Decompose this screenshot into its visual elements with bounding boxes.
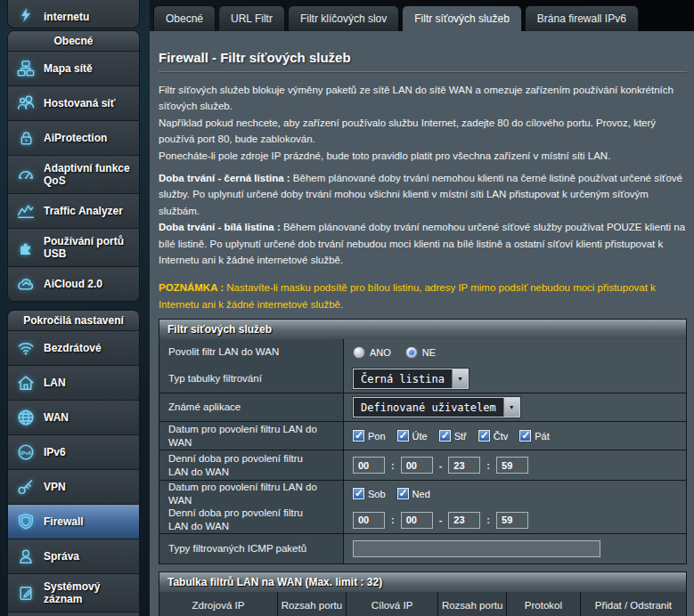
description-paragraph: Filtr síťových služeb blokuje výměny pak… xyxy=(159,82,687,115)
firewall-shield-icon xyxy=(8,513,44,531)
checkbox-control[interactable] xyxy=(353,430,364,442)
vpn-key-icon xyxy=(8,478,44,496)
tab-network-services-filter[interactable]: Filtr síťových služeb xyxy=(402,5,522,31)
checkbox-control[interactable] xyxy=(353,488,364,499)
system-log-icon xyxy=(8,585,44,602)
network-services-filter-form: Filtr síťových služeb Povolit filtr LAN … xyxy=(159,319,687,564)
column-header-source-ip: Zdrojová IP xyxy=(159,592,278,616)
column-header-port-range: Rozsah portu xyxy=(278,592,347,616)
sidebar-item-firewall[interactable]: Firewall xyxy=(8,504,139,539)
field-label: Datum pro povolení filtru LAN do WAN xyxy=(159,481,344,507)
checkbox-option-ute[interactable]: Úte xyxy=(397,430,428,442)
sidebar-item-administration[interactable]: Správa xyxy=(8,539,139,573)
radio-option-ne[interactable]: NE xyxy=(405,346,436,359)
checkbox-label: Ned xyxy=(412,489,430,499)
field-label: Typ tabulky filtrování xyxy=(159,365,344,393)
checkbox-control[interactable] xyxy=(397,430,409,442)
filter-type-select[interactable]: Černá listina ▼ xyxy=(353,369,469,389)
checkbox-control[interactable] xyxy=(397,488,409,499)
checkbox-option-ned[interactable]: Ned xyxy=(397,488,430,499)
form-row-weekend: Datum pro povolení filtru LAN do WAN Sob… xyxy=(159,481,686,507)
aicloud-icon xyxy=(8,275,44,294)
sidebar-item-network-map[interactable]: Mapa sítě xyxy=(8,51,139,85)
sidebar-item-network-tools[interactable]: Síťové nástroje xyxy=(8,612,139,616)
sidebar-item-label: Systémový záznam xyxy=(44,580,139,606)
sidebar-item-label: Správa xyxy=(44,550,83,563)
sidebar-item-label: WAN xyxy=(44,411,72,424)
radio-control[interactable] xyxy=(405,346,418,359)
sidebar-item-adaptive-qos[interactable]: Adaptivní funkce QoS xyxy=(8,155,139,193)
title-divider xyxy=(159,71,687,73)
sidebar-item-ipv6[interactable]: IPv6 IPv6 xyxy=(8,434,139,469)
time-end-minute-input[interactable] xyxy=(496,512,528,529)
column-header-add-remove: Přidat / Odstranit xyxy=(581,592,686,616)
quick-setup-bolt-icon xyxy=(8,7,44,23)
time-start-minute-input[interactable] xyxy=(401,512,433,529)
checkbox-control[interactable] xyxy=(519,430,531,442)
whitelist-duration-paragraph: Doba trvání - bílá listina : Během pláno… xyxy=(159,219,687,268)
sidebar-item-label: Firewall xyxy=(44,515,87,528)
time-end-minute-input[interactable] xyxy=(496,457,528,474)
tab-url-filter[interactable]: URL Filtr xyxy=(218,5,285,31)
checkbox-option-pon[interactable]: Pon xyxy=(353,430,386,442)
sidebar: internetu Obecné Mapa sítě Hostovaná síť… xyxy=(0,0,150,616)
ipv6-badge-icon: IPv6 xyxy=(8,443,44,461)
column-header-protocol: Protokol xyxy=(507,592,581,616)
sidebar-item-guest-network[interactable]: Hostovaná síť xyxy=(8,85,139,120)
field-label: Povolit filtr LAN do WAN xyxy=(159,339,344,365)
chevron-down-icon[interactable]: ▼ xyxy=(452,369,468,388)
sidebar-item-lan[interactable]: LAN xyxy=(8,365,139,400)
form-row-weekdays: Datum pro povolení filtru LAN do WAN Pon… xyxy=(159,422,686,450)
sidebar-item-label: Hostovaná síť xyxy=(44,97,118,109)
sidebar-section-advanced: Pokročilá nastavení Bezdrátové LAN WAN I… xyxy=(7,310,140,616)
sidebar-item-system-log[interactable]: Systémový záznam xyxy=(8,573,139,612)
tab-keyword-filter[interactable]: Filtr klíčových slov xyxy=(288,5,399,31)
sidebar-item-aicloud[interactable]: AiCloud 2.0 xyxy=(8,266,139,301)
tab-ipv6-firewall[interactable]: Brána firewall IPv6 xyxy=(525,5,639,31)
time-start-minute-input[interactable] xyxy=(401,457,433,474)
content-panel: Firewall - Filtr síťových služeb Filtr s… xyxy=(150,31,694,616)
tab-label: Filtr síťových služeb xyxy=(414,12,510,25)
checkbox-option-sob[interactable]: Sob xyxy=(353,488,386,499)
radio-control[interactable] xyxy=(353,346,365,359)
sidebar-item-traffic-analyzer[interactable]: Traffic Analyzer xyxy=(8,193,139,228)
sidebar-item-quick-internet-setup[interactable]: internetu xyxy=(7,0,140,28)
tab-label: Filtr klíčových slov xyxy=(300,12,387,25)
sidebar-item-label: IPv6 xyxy=(44,446,69,458)
sidebar-item-vpn[interactable]: VPN xyxy=(8,469,139,504)
sidebar-item-wireless[interactable]: Bezdrátové xyxy=(8,330,139,365)
sidebar-item-label: Traffic Analyzer xyxy=(44,205,127,217)
time-end-hour-input[interactable] xyxy=(448,512,480,529)
select-value: Definované uživatelem xyxy=(354,398,503,417)
checkbox-label: Pát xyxy=(535,431,550,442)
time-end-hour-input[interactable] xyxy=(448,457,480,474)
tab-general[interactable]: Obecné xyxy=(153,5,216,31)
guest-network-icon xyxy=(8,94,44,112)
checkbox-label: Čtv xyxy=(494,431,509,442)
sidebar-item-aiprotection[interactable]: AiProtection xyxy=(8,120,139,155)
chevron-down-icon[interactable]: ▼ xyxy=(503,398,519,417)
checkbox-label: Pon xyxy=(368,431,386,442)
radio-option-ano[interactable]: ANO xyxy=(353,346,391,359)
checkbox-option-ctv[interactable]: Čtv xyxy=(478,430,509,442)
main-area: Obecné URL Filtr Filtr klíčových slov Fi… xyxy=(150,0,694,616)
checkbox-control[interactable] xyxy=(439,430,451,442)
sidebar-item-usb-application[interactable]: Používání portů USB xyxy=(8,228,139,266)
sidebar-item-wan[interactable]: WAN xyxy=(8,400,139,434)
field-label: Denní doba pro povolení filtru LAN do WA… xyxy=(159,507,344,533)
tab-label: Brána firewall IPv6 xyxy=(537,12,626,25)
checkbox-option-str[interactable]: Stř xyxy=(439,430,467,442)
select-value: Černá listina xyxy=(354,369,452,388)
field-label: Denní doba pro povolení filtru LAN do WA… xyxy=(159,450,344,480)
form-row-filter-type: Typ tabulky filtrování Černá listina ▼ xyxy=(159,365,686,393)
admin-person-icon xyxy=(8,547,44,565)
tab-bar: Obecné URL Filtr Filtr klíčových slov Fi… xyxy=(150,0,694,31)
time-start-hour-input[interactable] xyxy=(353,457,385,474)
checkbox-option-pat[interactable]: Pát xyxy=(519,430,550,442)
time-start-hour-input[interactable] xyxy=(353,512,385,529)
sidebar-item-label: Adaptivní funkce QoS xyxy=(44,162,139,188)
icmp-types-input[interactable] xyxy=(353,540,600,557)
known-apps-select[interactable]: Definované uživatelem ▼ xyxy=(353,397,520,417)
checkbox-control[interactable] xyxy=(478,430,490,442)
radio-label: NE xyxy=(422,347,436,358)
